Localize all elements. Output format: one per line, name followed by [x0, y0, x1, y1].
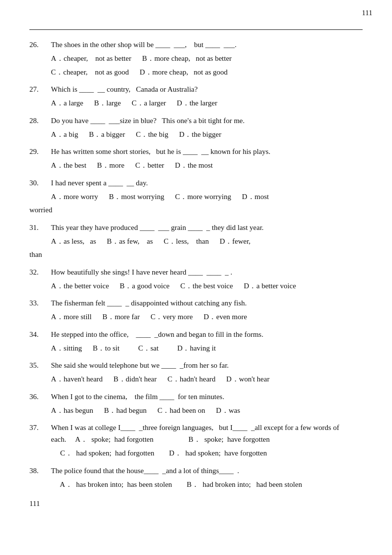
q29-text: He has written some short stories, but h…: [51, 146, 363, 157]
q32-options: A．the better voice B．a good voice C．the …: [51, 280, 363, 293]
q31-text: This year they have produced ____ ___ gr…: [51, 222, 363, 233]
q27-optD: D．the larger: [177, 97, 218, 110]
q26-optD: D．more cheap, not as good: [140, 66, 228, 79]
q32-optB: B．a good voice: [120, 280, 170, 293]
q35-optB: B．didn't hear: [114, 373, 157, 386]
q36-num: 36.: [29, 393, 51, 401]
q34-optB: B．to sit: [93, 342, 120, 355]
q26-options: A．cheaper, not as better B．more cheap, n…: [51, 52, 363, 65]
q27-text: Which is ____ __ country, Canada or Aust…: [51, 83, 363, 95]
q33-optC: C．very more: [150, 311, 193, 324]
q36-text: When I got to the cinema, the film ____ …: [51, 391, 363, 403]
q30-continued: worried: [29, 204, 363, 217]
q26-optB: B．more cheap, not as better: [142, 52, 232, 65]
question-28: 28. Do you have ____ ___size in blue? Th…: [29, 115, 363, 141]
q30-options: A．more worry B．most worrying C．more worr…: [51, 191, 363, 203]
question-36: 36. When I got to the cinema, the film _…: [29, 391, 363, 417]
q31-optD: D．fewer,: [220, 235, 250, 248]
q38-options: A． has broken into; has been stolen B． h…: [51, 479, 363, 491]
q27-optA: A．a large: [51, 97, 83, 110]
q27-options: A．a large B．large C．a larger D．the large…: [51, 97, 363, 110]
question-37: 37. When I was at college I____ _three f…: [29, 422, 363, 460]
question-38: 38. The police found that the house____ …: [29, 465, 363, 491]
q29-optA: A．the best: [51, 159, 86, 172]
q26-optC: C．cheaper, not as good: [51, 66, 129, 79]
q28-text: Do you have ____ ___size in blue? This o…: [51, 115, 363, 126]
q32-optA: A．the better voice: [51, 280, 109, 293]
q31-num: 31.: [29, 224, 51, 232]
q34-optA: A．sitting: [51, 342, 82, 355]
q29-options: A．the best B．more C．better D．the most: [51, 159, 363, 172]
q38-num: 38.: [29, 467, 51, 475]
q27-optC: C．a larger: [132, 97, 166, 110]
q30-optA: A．more worry: [51, 191, 98, 203]
q27-optB: B．large: [94, 97, 121, 110]
top-rule: [29, 29, 363, 30]
q28-optD: D．the bigger: [179, 128, 221, 141]
q30-optD: D．most: [242, 191, 269, 203]
q28-optB: B．a bigger: [89, 128, 125, 141]
q35-num: 35.: [29, 361, 51, 370]
q33-optD: D．even more: [203, 311, 247, 324]
q36-optD: D．was: [216, 404, 240, 417]
q37-num: 37.: [29, 424, 51, 432]
q36-optB: B．had begun: [104, 404, 147, 417]
q35-optA: A．haven't heard: [51, 373, 103, 386]
q34-options: A．sitting B．to sit C．sat D．having it: [51, 342, 363, 355]
q26-optA: A．cheaper, not as better: [51, 52, 131, 65]
q38-text: The police found that the house____ _and…: [51, 465, 363, 477]
q30-text: I had never spent a ____ __ day.: [51, 177, 363, 189]
q31-optA: A．as less, as: [51, 235, 96, 248]
q28-optC: C．the big: [136, 128, 168, 141]
q28-num: 28.: [29, 117, 51, 125]
question-33: 33. The fisherman felt ____ _ disappoint…: [29, 297, 363, 324]
q34-optD: D．having it: [177, 342, 216, 355]
q26-num: 26.: [29, 41, 51, 49]
q30-optC: C．more worrying: [175, 191, 231, 203]
q32-optC: C．the best voice: [180, 280, 233, 293]
q31-options: A．as less, as B．as few, as C．less, than …: [51, 235, 363, 248]
q35-optD: D．won't hear: [226, 373, 270, 386]
q29-optD: D．the most: [175, 159, 213, 172]
q33-optA: A．more still: [51, 311, 92, 324]
q35-options: A．haven't heard B．didn't hear C．hadn't h…: [51, 373, 363, 386]
q32-num: 32.: [29, 268, 51, 277]
q28-optA: A．a big: [51, 128, 78, 141]
q35-optC: C．hadn't heard: [168, 373, 216, 386]
q35-text: She said she would telephone but we ____…: [51, 359, 363, 371]
q33-num: 33.: [29, 299, 51, 307]
page-number-bottom: 111: [29, 500, 363, 508]
q30-optB: B．most worrying: [109, 191, 164, 203]
q36-options: A．has begun B．had begun C．had been on D．…: [51, 404, 363, 417]
q34-optC: C．sat: [138, 342, 159, 355]
q33-text: The fisherman felt ____ _ disappointed w…: [51, 297, 363, 309]
q31-optB: B．as few, as: [107, 235, 153, 248]
question-34: 34. He stepped into the office, ____ _do…: [29, 328, 363, 355]
q33-optB: B．more far: [102, 311, 140, 324]
q30-num: 30.: [29, 179, 51, 187]
q33-options: A．more still B．more far C．very more D．ev…: [51, 311, 363, 324]
page-number-top: 111: [362, 9, 372, 17]
q32-optD: D．a better voice: [244, 280, 296, 293]
q26-text: The shoes in the other shop will be ____…: [51, 39, 363, 50]
q31-optC: C．less, than: [164, 235, 209, 248]
q29-optC: C．better: [135, 159, 164, 172]
question-32: 32. How beautifully she sings! I have ne…: [29, 266, 363, 293]
q32-text: How beautifully she sings! I have never …: [51, 266, 363, 278]
q36-optA: A．has begun: [51, 404, 93, 417]
q31-continued: than: [29, 249, 363, 261]
q26-options2: C．cheaper, not as good D．more cheap, not…: [51, 66, 363, 79]
q34-num: 34.: [29, 330, 51, 339]
question-29: 29. He has written some short stories, b…: [29, 146, 363, 172]
question-35: 35. She said she would telephone but we …: [29, 359, 363, 386]
question-26: 26. The shoes in the other shop will be …: [29, 39, 363, 78]
q37-text: When I was at college I____ _three forei…: [51, 422, 363, 445]
q36-optC: C．had been on: [157, 404, 205, 417]
q34-text: He stepped into the office, ____ _down a…: [51, 328, 363, 340]
question-31: 31. This year they have produced ____ __…: [29, 222, 363, 261]
question-27: 27. Which is ____ __ country, Canada or …: [29, 83, 363, 110]
q27-num: 27.: [29, 85, 51, 94]
q28-options: A．a big B．a bigger C．the big D．the bigge…: [51, 128, 363, 141]
q29-optB: B．more: [97, 159, 124, 172]
q29-num: 29.: [29, 148, 51, 156]
